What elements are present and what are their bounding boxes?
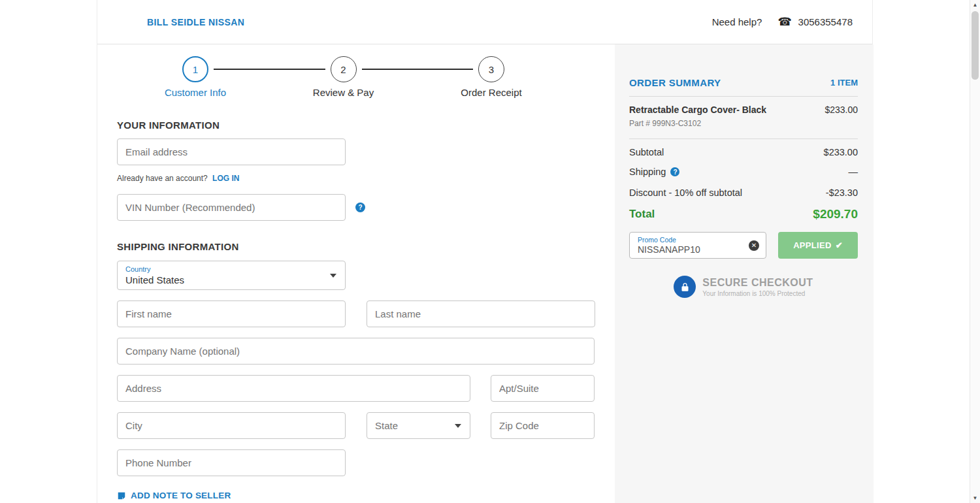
add-note-label: ADD NOTE TO SELLER (131, 491, 231, 500)
city-field[interactable] (117, 412, 346, 439)
last-name-field[interactable] (367, 300, 595, 327)
step-3-label: Order Receipt (461, 87, 521, 98)
phone-number-field[interactable] (117, 449, 346, 476)
email-row (117, 138, 595, 165)
address-row (117, 375, 595, 402)
step-2-label: Review & Pay (313, 87, 374, 98)
add-note-to-seller-link[interactable]: ADD NOTE TO SELLER (117, 491, 231, 500)
company-name-field[interactable] (117, 338, 595, 365)
phone-row (117, 449, 595, 476)
step-1-circle: 1 (182, 56, 208, 82)
scrollbar-thumb[interactable] (972, 11, 979, 80)
total-row: Total $209.70 (629, 207, 858, 221)
promo-code-label: Promo Code (638, 236, 743, 244)
discount-label: Discount - 10% off subtotal (629, 187, 742, 198)
vin-field[interactable] (117, 194, 346, 221)
state-select[interactable]: State (367, 412, 470, 439)
country-select-value: United States (125, 274, 337, 285)
secure-checkout-subtitle: Your Information is 100% Protected (702, 290, 813, 297)
country-select-label: Country (125, 265, 337, 273)
order-summary-title: ORDER SUMMARY (629, 77, 721, 88)
total-value: $209.70 (813, 207, 858, 221)
promo-code-box: Promo Code ✕ (629, 232, 766, 259)
discount-value: -$23.30 (826, 187, 858, 198)
first-name-field[interactable] (117, 300, 346, 327)
vin-row: ? (117, 194, 595, 221)
need-help-label: Need help? (712, 16, 762, 27)
clear-promo-icon[interactable]: ✕ (749, 240, 759, 251)
vertical-scrollbar[interactable]: ▲ ▼ (970, 0, 980, 503)
scroll-up-arrow[interactable]: ▲ (970, 2, 980, 8)
vin-help-icon[interactable]: ? (355, 203, 365, 212)
secure-checkout-title: SECURE CHECKOUT (702, 277, 813, 289)
secure-checkout-badge: SECURE CHECKOUT Your Information is 100%… (629, 276, 858, 298)
help-area: Need help? ☎ 3056355478 (712, 15, 853, 29)
checkout-container: BILL SEIDLE NISSAN Need help? ☎ 30563554… (97, 0, 873, 503)
state-select-value: State (375, 420, 398, 431)
shipping-label: Shipping ? (629, 167, 679, 177)
stepper-connector (362, 69, 474, 70)
promo-row: Promo Code ✕ APPLIED ✔ (629, 232, 858, 259)
promo-code-input[interactable] (638, 244, 743, 255)
content-row: 1 Customer Info 2 Review & Pay 3 Order R… (97, 44, 872, 503)
item-count-badge: 1 ITEM (830, 78, 858, 88)
shipping-value: — (849, 167, 858, 177)
chevron-down-icon (455, 424, 461, 428)
company-row (117, 338, 595, 365)
step-review-pay[interactable]: 2 Review & Pay (331, 56, 357, 82)
lock-icon (674, 276, 696, 298)
shipping-label-text: Shipping (629, 167, 666, 177)
order-summary-panel: ORDER SUMMARY 1 ITEM Retractable Cargo C… (615, 44, 874, 503)
step-3-circle: 3 (478, 56, 504, 82)
scroll-down-arrow[interactable]: ▼ (970, 495, 980, 501)
check-icon: ✔ (836, 240, 843, 250)
country-select[interactable]: Country United States (117, 261, 346, 290)
product-part-number: Part # 999N3-C3102 (629, 119, 858, 128)
product-name: Retractable Cargo Cover- Black (629, 105, 766, 115)
step-customer-info[interactable]: 1 Customer Info (182, 56, 208, 82)
shipping-help-icon[interactable]: ? (670, 167, 679, 176)
total-label: Total (629, 208, 655, 221)
phone-number-link[interactable]: 3056355478 (798, 16, 853, 27)
page-viewport: BILL SEIDLE NISSAN Need help? ☎ 30563554… (0, 0, 970, 503)
applied-label: APPLIED (793, 240, 831, 250)
step-order-receipt[interactable]: 3 Order Receipt (478, 56, 504, 82)
divider (629, 96, 858, 97)
shipping-row: Shipping ? — (629, 167, 858, 177)
product-row: Retractable Cargo Cover- Black $233.00 (629, 105, 858, 115)
country-row: Country United States (117, 261, 595, 290)
phone-icon: ☎ (777, 15, 791, 29)
checkout-stepper: 1 Customer Info 2 Review & Pay 3 Order R… (117, 56, 595, 82)
promo-applied-button[interactable]: APPLIED ✔ (778, 232, 858, 259)
divider (629, 138, 858, 139)
subtotal-row: Subtotal $233.00 (629, 147, 858, 157)
chevron-down-icon (330, 274, 336, 278)
header: BILL SEIDLE NISSAN Need help? ☎ 30563554… (97, 0, 872, 44)
address-field[interactable] (117, 375, 470, 402)
city-state-zip-row: State (117, 412, 595, 439)
subtotal-value: $233.00 (824, 147, 858, 157)
step-1-label: Customer Info (165, 87, 226, 98)
email-field[interactable] (117, 138, 346, 165)
have-account-label: Already have an account? (117, 174, 208, 183)
stepper-connector (214, 69, 325, 70)
log-in-link[interactable]: LOG IN (212, 174, 239, 183)
step-2-circle: 2 (331, 56, 357, 82)
subtotal-label: Subtotal (629, 147, 664, 157)
your-information-heading: YOUR INFORMATION (117, 120, 595, 131)
note-icon (117, 491, 126, 500)
account-line: Already have an account? LOG IN (117, 174, 595, 183)
order-summary-header: ORDER SUMMARY 1 ITEM (629, 77, 858, 88)
main-column: 1 Customer Info 2 Review & Pay 3 Order R… (97, 44, 615, 503)
dealer-name-link[interactable]: BILL SEIDLE NISSAN (147, 17, 244, 27)
zip-code-field[interactable] (491, 412, 595, 439)
product-price: $233.00 (825, 105, 858, 115)
shipping-information-heading: SHIPPING INFORMATION (117, 241, 595, 252)
name-row (117, 300, 595, 327)
discount-row: Discount - 10% off subtotal -$23.30 (629, 187, 858, 198)
apt-suite-field[interactable] (491, 375, 595, 402)
